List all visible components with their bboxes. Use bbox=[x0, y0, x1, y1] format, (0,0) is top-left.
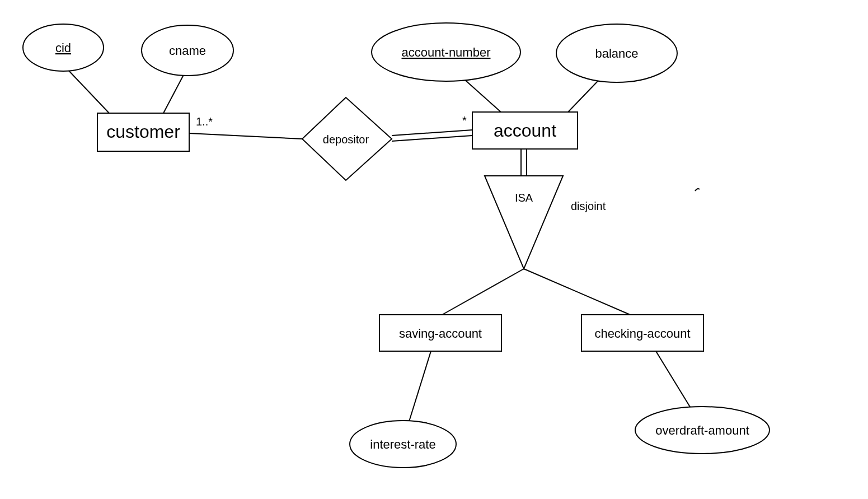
cardinality-account: * bbox=[462, 114, 467, 127]
entity-account: account bbox=[472, 112, 578, 149]
edge-customer-depositor bbox=[189, 133, 302, 139]
edge-cname-customer bbox=[163, 73, 185, 113]
attr-label-balance: balance bbox=[595, 46, 638, 60]
attribute-balance: balance bbox=[556, 24, 677, 82]
attribute-account-number: account-number bbox=[372, 23, 520, 81]
cardinality-customer: 1..* bbox=[196, 115, 213, 128]
entity-label-checking-account: checking-account bbox=[594, 327, 690, 341]
attr-label-interest-rate: interest-rate bbox=[370, 437, 435, 451]
entity-checking-account: checking-account bbox=[581, 315, 703, 351]
edge-isa-saving bbox=[442, 269, 524, 315]
entity-label-saving-account: saving-account bbox=[399, 327, 482, 341]
attr-label-cid: cid bbox=[55, 41, 71, 55]
attribute-overdraft-amount: overdraft-amount bbox=[635, 407, 770, 454]
entity-saving-account: saving-account bbox=[379, 315, 501, 351]
relationship-depositor: depositor bbox=[302, 97, 392, 180]
edge-isa-checking bbox=[524, 269, 630, 315]
attribute-interest-rate: interest-rate bbox=[350, 421, 456, 468]
edge-balance-account bbox=[568, 81, 598, 112]
stray-mark bbox=[695, 189, 700, 191]
er-diagram: 1..* * cid cname account-number balance bbox=[0, 0, 868, 499]
entity-label-customer: customer bbox=[106, 122, 180, 142]
edge-depositor-account-1 bbox=[392, 130, 472, 136]
attr-label-overdraft-amount: overdraft-amount bbox=[655, 423, 749, 437]
svg-marker-11 bbox=[485, 176, 563, 269]
isa-label: ISA bbox=[515, 192, 533, 204]
edge-saving-interest bbox=[407, 351, 431, 427]
attr-label-cname: cname bbox=[169, 44, 206, 58]
edge-checking-overdraft bbox=[656, 351, 694, 413]
entity-label-account: account bbox=[494, 120, 556, 141]
isa-constraint-label: disjoint bbox=[571, 200, 606, 212]
isa-triangle: ISA bbox=[485, 176, 563, 269]
attribute-cname: cname bbox=[142, 25, 233, 76]
edge-accountnumber-account bbox=[465, 80, 501, 112]
edge-cid-customer bbox=[65, 67, 109, 113]
attr-label-account-number: account-number bbox=[402, 45, 491, 59]
attribute-cid: cid bbox=[23, 24, 104, 71]
entity-customer: customer bbox=[97, 113, 189, 151]
rel-label-depositor: depositor bbox=[323, 133, 369, 146]
edge-depositor-account-2 bbox=[392, 136, 472, 141]
